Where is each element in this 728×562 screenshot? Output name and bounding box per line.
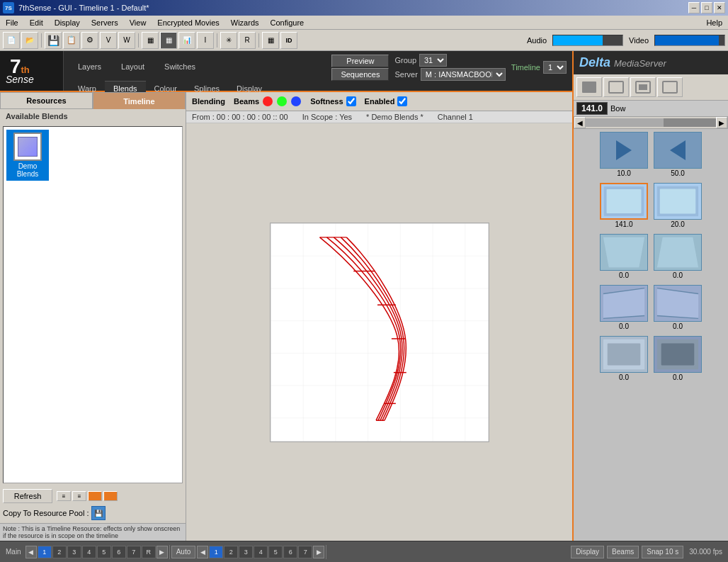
auto-next-btn[interactable]: ▶ (313, 546, 324, 558)
warp-val-3-1: 0.0 (619, 271, 629, 279)
main-num-6[interactable]: 6 (112, 546, 126, 558)
auto-num-3[interactable]: 3 (239, 546, 253, 558)
main-num-3[interactable]: 3 (67, 546, 81, 558)
auto-num-7[interactable]: 7 (298, 546, 312, 558)
beam-green[interactable] (277, 96, 287, 106)
refresh-button[interactable]: Refresh (3, 489, 52, 503)
delta-word: Delta (579, 55, 610, 69)
settings-button[interactable]: ⚙ (81, 32, 98, 49)
beam-red[interactable] (263, 96, 273, 106)
tb12[interactable]: ID (280, 32, 297, 49)
nav-right-controls: Preview Sequences Group 31 Serv (331, 54, 567, 81)
tab-switches[interactable]: Switches (156, 60, 204, 75)
warp-thumb-arrow-left[interactable] (654, 132, 702, 169)
warp-cell-1-2: 50.0 (654, 132, 702, 177)
main-num-7[interactable]: 7 (127, 546, 141, 558)
scroll-track[interactable] (586, 118, 716, 127)
warp-row-5: 0.0 0.0 (576, 336, 725, 381)
auto-num-6[interactable]: 6 (283, 546, 297, 558)
beam-blue[interactable] (291, 96, 301, 106)
warp-thumb-quad[interactable] (654, 183, 702, 220)
warp-thumb-quad-selected[interactable] (600, 183, 648, 220)
tab-timeline[interactable]: Timeline (93, 92, 186, 109)
tb10[interactable]: R (239, 32, 256, 49)
menu-servers[interactable]: Servers (86, 16, 124, 30)
scroll-right[interactable]: ▶ (716, 117, 727, 128)
main-num-5[interactable]: 5 (97, 546, 111, 558)
main-num-4[interactable]: 4 (82, 546, 96, 558)
warp-thumb-3-1[interactable] (600, 234, 648, 271)
icon-btn-4[interactable] (103, 491, 118, 501)
main-area: 7 th Sense Layers Layout Switches (0, 51, 728, 541)
warp-thumb-3-2[interactable] (654, 234, 702, 271)
new-button[interactable]: 📄 (3, 32, 20, 49)
snap-button[interactable]: Snap 10 s (642, 546, 683, 558)
display-button[interactable]: Display (571, 546, 604, 558)
rt-btn-4[interactable] (657, 77, 683, 97)
menu-edit[interactable]: Edit (24, 16, 49, 30)
menu-encrypted[interactable]: Encrypted Movies (152, 16, 224, 30)
beams-button[interactable]: Beams (607, 546, 639, 558)
logo: 7 th Sense (6, 57, 34, 85)
tb3[interactable]: V (100, 32, 117, 49)
auto-button[interactable]: Auto (171, 546, 196, 558)
scroll-left[interactable]: ◀ (574, 117, 586, 128)
rt-btn-1[interactable] (576, 77, 602, 97)
warp-thumb-5-1[interactable] (600, 336, 648, 373)
menu-help[interactable]: Help (700, 16, 728, 30)
warp-thumb-diag-1[interactable] (600, 285, 648, 322)
softness-checkbox[interactable] (346, 96, 356, 106)
right-scrollbar[interactable]: ◀ ▶ (574, 116, 728, 129)
menu-wizards[interactable]: Wizards (225, 16, 265, 30)
copy-icon[interactable]: 💾 (91, 506, 106, 520)
warp-thumb-arrow-right[interactable] (600, 132, 648, 169)
warp-val-1-1: 10.0 (617, 169, 630, 177)
main-num-2[interactable]: 2 (52, 546, 67, 558)
svg-rect-17 (660, 189, 695, 214)
minimize-button[interactable]: ─ (688, 2, 700, 13)
menu-view[interactable]: View (124, 16, 152, 30)
tab-layers[interactable]: Layers (69, 60, 110, 75)
auto-prev-btn[interactable]: ◀ (197, 546, 208, 558)
blend-grid[interactable] (270, 223, 489, 442)
server-select[interactable]: M : IANSMACBOOK (421, 68, 506, 81)
group-select[interactable]: 31 (419, 54, 447, 67)
open-button[interactable]: 📂 (21, 32, 38, 49)
icon-btn-3[interactable] (88, 491, 102, 501)
enabled-checkbox[interactable] (397, 96, 407, 106)
menu-display[interactable]: Display (49, 16, 86, 30)
rt-btn-3[interactable] (630, 77, 656, 97)
menu-configure[interactable]: Configure (265, 16, 310, 30)
tb9[interactable]: ✳ (220, 32, 237, 49)
menu-file[interactable]: File (0, 16, 24, 30)
icon-btn-1[interactable]: ≡ (57, 491, 71, 501)
auto-num-1[interactable]: 1 (209, 546, 223, 558)
tb7[interactable]: 📊 (178, 32, 195, 49)
warp-thumb-5-2[interactable] (654, 336, 702, 373)
timeline-select[interactable]: 1 (543, 61, 567, 74)
tab-layout[interactable]: Layout (113, 60, 153, 75)
warp-thumb-diag-2[interactable] (654, 285, 702, 322)
save-button[interactable]: 💾 (45, 32, 62, 49)
tb4[interactable]: W (118, 32, 135, 49)
tb8[interactable]: I (197, 32, 214, 49)
main-next-btn[interactable]: ▶ (157, 546, 168, 558)
preview-button[interactable]: Preview (331, 55, 389, 67)
close-button[interactable]: ✕ (714, 2, 725, 13)
auto-num-4[interactable]: 4 (254, 546, 268, 558)
auto-num-5[interactable]: 5 (268, 546, 283, 558)
tb6[interactable]: ▦ (160, 32, 177, 49)
main-num-1[interactable]: 1 (38, 546, 52, 558)
auto-num-2[interactable]: 2 (224, 546, 238, 558)
blend-item-demo[interactable]: DemoBlends (6, 130, 49, 181)
tab-resources[interactable]: Resources (0, 92, 93, 109)
tb11[interactable]: ▦ (262, 32, 279, 49)
main-prev-btn[interactable]: ◀ (25, 546, 37, 558)
saveas-button[interactable]: 📋 (63, 32, 80, 49)
tb5[interactable]: ▦ (142, 32, 159, 49)
icon-btn-2[interactable]: ≡ (72, 491, 86, 501)
restore-button[interactable]: □ (701, 2, 712, 13)
main-num-r[interactable]: R (142, 546, 156, 558)
rt-btn-2[interactable] (603, 77, 629, 97)
sequences-button[interactable]: Sequences (331, 68, 389, 81)
